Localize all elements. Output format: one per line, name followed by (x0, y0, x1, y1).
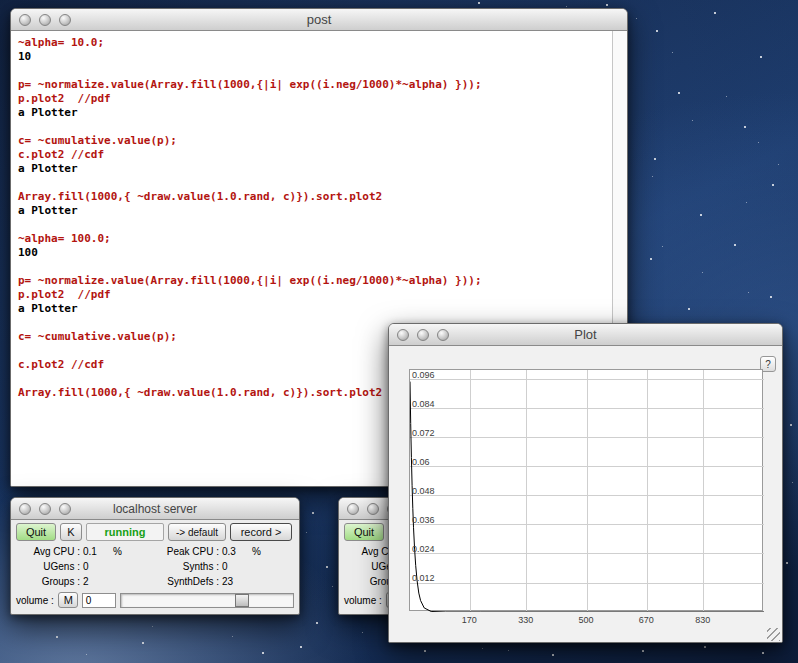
post-result-line (18, 260, 607, 274)
server-window-title: localhost server (113, 502, 197, 516)
post-code-line: p.plot2 //pdf (18, 288, 607, 302)
post-code-line: p.plot2 //pdf (18, 92, 607, 106)
close-button[interactable] (397, 329, 409, 341)
make-default-button[interactable]: -> default (168, 523, 226, 541)
plot-canvas (410, 370, 764, 612)
post-result-line (18, 218, 607, 232)
stat-synthdefs: SynthDefs : 23 (155, 574, 294, 589)
desktop-background: post ~alpha= 10.0;10 p= ~normalize.value… (0, 0, 798, 663)
localhost-server-window: localhost server Quit K running -> defau… (10, 497, 300, 615)
stat-avg-cpu: Avg CPU : 0.1 % (16, 544, 155, 559)
post-titlebar[interactable]: post (11, 9, 627, 31)
server-stats: Avg CPU : 0.1 % UGens : 0 Groups : 2 (16, 544, 294, 589)
plot-window-title: Plot (574, 327, 596, 342)
quit-button[interactable]: Quit (16, 523, 56, 541)
post-code-line: c.plot2 //cdf (18, 148, 607, 162)
x-tick-label: 670 (631, 615, 661, 625)
post-result-line: a Plotter (18, 162, 607, 176)
minimize-button[interactable] (417, 329, 429, 341)
window-controls (397, 329, 449, 341)
x-tick-label: 330 (511, 615, 541, 625)
volume-label: volume : (344, 595, 382, 606)
post-code-line: p= ~normalize.value(Array.fill(1000,{|i|… (18, 274, 607, 288)
minimize-button[interactable] (39, 503, 51, 515)
record-button[interactable]: record > (230, 523, 292, 541)
stat-peak-cpu: Peak CPU : 0.3 % (155, 544, 294, 559)
plot-window: Plot ? 0.0120.0240.0360.0480.060.0720.08… (388, 323, 783, 643)
x-tick-label: 500 (571, 615, 601, 625)
close-button[interactable] (19, 503, 31, 515)
close-button[interactable] (19, 14, 31, 26)
x-tick-label: 830 (688, 615, 718, 625)
post-result-line (18, 64, 607, 78)
x-tick-label: 170 (454, 615, 484, 625)
post-result-line: a Plotter (18, 106, 607, 120)
volume-row: volume : M 0 (16, 592, 294, 608)
post-result-line (18, 120, 607, 134)
post-code-line: c= ~cumulative.value(p); (18, 134, 607, 148)
post-result-line: 10 (18, 50, 607, 64)
minimize-button[interactable] (367, 503, 379, 515)
zoom-button[interactable] (59, 14, 71, 26)
post-result-line: a Plotter (18, 302, 607, 316)
volume-field[interactable]: 0 (82, 593, 116, 608)
plot-content: ? 0.0120.0240.0360.0480.060.0720.0840.09… (389, 346, 782, 643)
volume-slider-thumb[interactable] (235, 594, 249, 607)
window-controls (19, 14, 71, 26)
mute-button[interactable]: M (58, 592, 78, 608)
server-button-row: Quit K running -> default record > (16, 523, 294, 541)
plot-area: 0.0120.0240.0360.0480.060.0720.0840.096 (409, 369, 763, 611)
post-result-line: a Plotter (18, 204, 607, 218)
volume-slider[interactable] (120, 593, 294, 608)
server-titlebar[interactable]: localhost server (11, 498, 299, 520)
stat-ugens: UGens : 0 (16, 559, 155, 574)
stat-synths: Synths : 0 (155, 559, 294, 574)
post-result-line (18, 176, 607, 190)
minimize-button[interactable] (39, 14, 51, 26)
post-window-title: post (307, 12, 332, 27)
quit-button[interactable]: Quit (344, 523, 384, 541)
post-code-line: ~alpha= 10.0; (18, 36, 607, 50)
server-content: Quit K running -> default record > Avg C… (11, 520, 299, 611)
zoom-button[interactable] (437, 329, 449, 341)
window-controls (19, 503, 71, 515)
volume-label: volume : (16, 595, 54, 606)
stat-groups: Groups : 2 (16, 574, 155, 589)
resize-grip[interactable] (767, 628, 780, 641)
zoom-button[interactable] (59, 503, 71, 515)
close-button[interactable] (347, 503, 359, 515)
stars-layer-dim (0, 0, 1, 1)
x-axis-labels: 170330500670830 (409, 615, 763, 627)
post-code-line: p= ~normalize.value(Array.fill(1000,{|i|… (18, 78, 607, 92)
server-status-field: running (86, 523, 164, 541)
plot-titlebar[interactable]: Plot (389, 324, 782, 346)
post-code-line: Array.fill(1000,{ ~draw.value(1.0.rand, … (18, 190, 607, 204)
kill-button[interactable]: K (60, 523, 82, 541)
post-result-line: 100 (18, 246, 607, 260)
post-code-line: ~alpha= 100.0; (18, 232, 607, 246)
